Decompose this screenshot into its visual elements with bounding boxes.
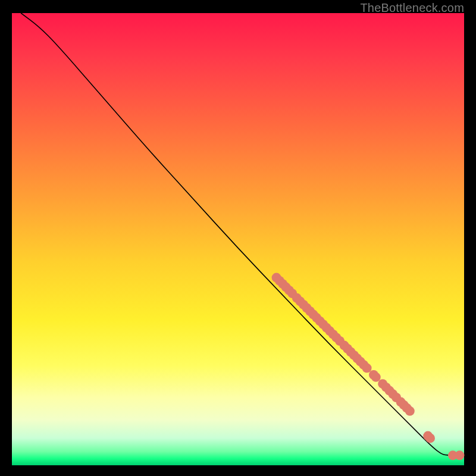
data-dots-group	[272, 273, 465, 461]
plot-overlay-svg	[12, 13, 464, 465]
bottleneck-curve	[21, 13, 464, 455]
chart-stage: TheBottleneck.com	[0, 0, 476, 476]
data-dot-seg5-3	[405, 406, 415, 416]
data-dot-seg2-7	[362, 364, 372, 373]
data-dot-seg3-1	[371, 372, 381, 382]
data-dot-end-1	[455, 450, 464, 460]
data-dot-seg6-1	[425, 433, 435, 443]
plot-area	[12, 13, 464, 465]
